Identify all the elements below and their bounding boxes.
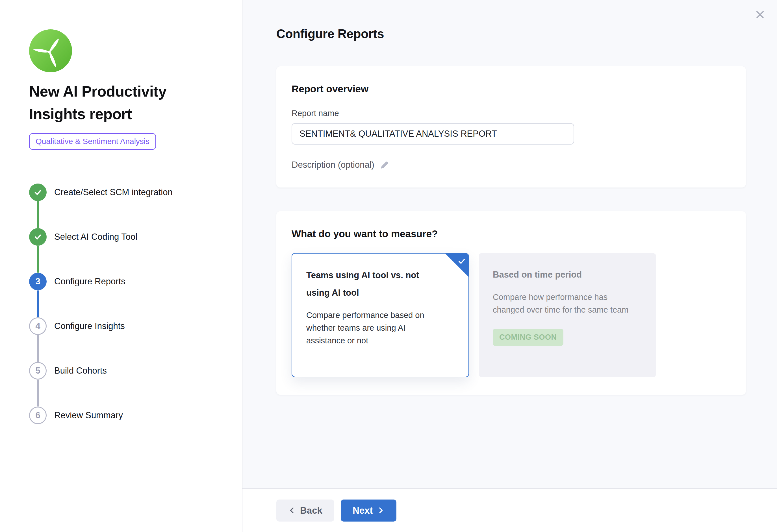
close-button[interactable]	[753, 7, 767, 22]
chevron-left-icon	[288, 507, 296, 514]
app-logo	[29, 29, 72, 72]
description-label: Description (optional)	[292, 160, 374, 170]
option-description: Compare how performance has changed over…	[493, 291, 631, 316]
wizard-sidebar: New AI Productivity Insights report Qual…	[0, 0, 242, 532]
step-label: Configure Insights	[54, 317, 125, 335]
check-icon	[457, 257, 466, 265]
report-overview-card: Report overview Report name Description …	[276, 66, 746, 187]
page-title: Configure Reports	[276, 27, 746, 41]
step-number: 6	[29, 407, 46, 424]
step-label: Select AI Coding Tool	[54, 228, 137, 246]
propeller-icon	[29, 29, 72, 72]
report-wizard: New AI Productivity Insights report Qual…	[0, 0, 777, 532]
step-number: 5	[29, 362, 46, 380]
measure-card: What do you want to measure? Teams using…	[276, 211, 746, 395]
configure-reports-panel: Configure Reports Report overview Report…	[242, 0, 777, 532]
pencil-icon	[379, 160, 389, 170]
step-number: 4	[29, 317, 46, 335]
step-review-summary[interactable]: 6 Review Summary	[29, 407, 231, 424]
report-name-input[interactable]	[292, 123, 574, 145]
step-rail	[29, 228, 46, 273]
option-title: Based on time period	[493, 266, 628, 283]
option-teams-vs-not-using-ai[interactable]: Teams using AI tool vs. not using AI too…	[292, 253, 469, 377]
next-button[interactable]: Next	[341, 500, 397, 522]
check-icon	[33, 188, 42, 197]
step-done-indicator	[29, 228, 46, 246]
step-select-ai-coding-tool[interactable]: Select AI Coding Tool	[29, 228, 231, 273]
step-rail: 4	[29, 317, 46, 362]
step-done-indicator	[29, 183, 46, 201]
wizard-steps: Create/Select SCM integration Select AI …	[29, 183, 231, 424]
step-connector	[37, 246, 39, 273]
step-rail: 6	[29, 407, 46, 424]
panel-content: Configure Reports Report overview Report…	[242, 0, 777, 488]
report-type-badge: Qualitative & Sentiment Analysis	[29, 133, 156, 150]
step-label: Configure Reports	[54, 273, 125, 290]
report-overview-heading: Report overview	[292, 83, 730, 95]
step-label: Review Summary	[54, 407, 123, 424]
back-button-label: Back	[300, 505, 322, 516]
step-create-select-scm-integration[interactable]: Create/Select SCM integration	[29, 183, 231, 228]
description-edit[interactable]: Description (optional)	[292, 160, 389, 170]
step-connector	[37, 201, 39, 228]
step-connector	[37, 290, 39, 317]
step-rail	[29, 183, 46, 228]
close-icon	[755, 9, 765, 20]
step-number: 3	[29, 273, 46, 290]
next-button-label: Next	[353, 505, 373, 516]
measure-options: Teams using AI tool vs. not using AI too…	[292, 253, 730, 377]
step-label: Create/Select SCM integration	[54, 183, 173, 201]
report-name-label: Report name	[292, 109, 730, 118]
wizard-footer: Back Next	[242, 488, 777, 532]
back-button[interactable]: Back	[276, 500, 334, 522]
option-description: Compare performance based on whether tea…	[306, 309, 445, 347]
step-rail: 3	[29, 273, 46, 317]
step-configure-reports[interactable]: 3 Configure Reports	[29, 273, 231, 317]
option-title: Teams using AI tool vs. not using AI too…	[306, 267, 442, 301]
option-based-on-time-period: Based on time period Compare how perform…	[479, 253, 656, 377]
measure-heading: What do you want to measure?	[292, 228, 730, 240]
chevron-right-icon	[377, 507, 384, 514]
coming-soon-badge: COMING SOON	[493, 329, 563, 346]
step-connector	[37, 335, 39, 362]
wizard-title: New AI Productivity Insights report	[29, 80, 213, 125]
step-label: Build Cohorts	[54, 362, 107, 380]
step-connector	[37, 380, 39, 407]
check-icon	[33, 232, 42, 241]
step-rail: 5	[29, 362, 46, 407]
step-configure-insights[interactable]: 4 Configure Insights	[29, 317, 231, 362]
step-build-cohorts[interactable]: 5 Build Cohorts	[29, 362, 231, 407]
